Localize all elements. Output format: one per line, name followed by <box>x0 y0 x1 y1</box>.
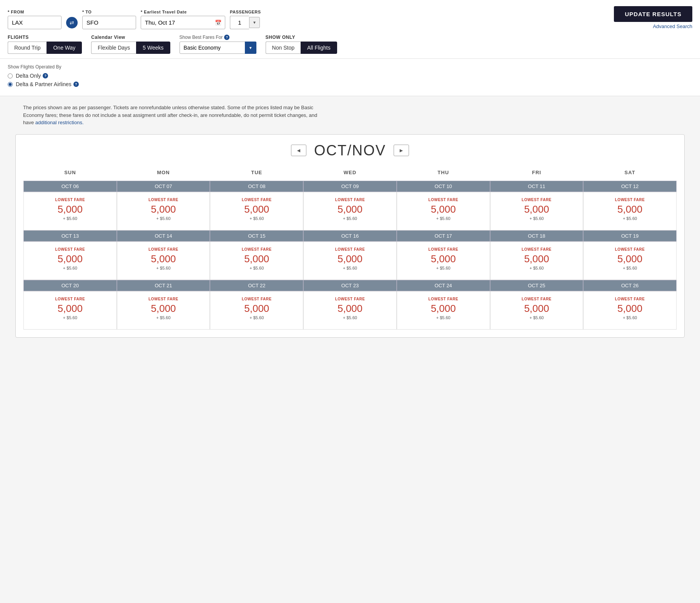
fare-label-w2-d6: LOWEST FARE <box>585 297 675 301</box>
date-header-w0-d5: OCT 11 <box>490 181 584 192</box>
fare-cell-w0-d0[interactable]: LOWEST FARE5,000+ $5.60 <box>23 192 117 230</box>
fare-miles-w2-d0: 5,000 <box>25 303 115 315</box>
fare-cell-w1-d0[interactable]: LOWEST FARE5,000+ $5.60 <box>23 242 117 280</box>
fare-tax-w2-d1: + $5.60 <box>119 315 208 320</box>
from-input[interactable] <box>8 16 62 29</box>
week-1-date-row: OCT 13OCT 14OCT 15OCT 16OCT 17OCT 18OCT … <box>23 230 677 242</box>
fare-cell-w2-d2[interactable]: LOWEST FARE5,000+ $5.60 <box>210 291 303 330</box>
delta-partner-info-icon[interactable]: ? <box>73 82 79 87</box>
fare-label-w2-d4: LOWEST FARE <box>399 297 488 301</box>
one-way-button[interactable]: One Way <box>47 42 82 54</box>
date-header-w0-d0: OCT 06 <box>23 181 117 192</box>
fare-miles-w2-d6: 5,000 <box>585 303 675 315</box>
fare-cell-w0-d2[interactable]: LOWEST FARE5,000+ $5.60 <box>210 192 303 230</box>
date-header-w0-d4: OCT 10 <box>397 181 490 192</box>
date-header-w1-d6: OCT 19 <box>583 230 677 242</box>
to-field-group: * TO <box>82 10 136 29</box>
date-header-w0-d1: OCT 07 <box>117 181 210 192</box>
fare-cell-w0-d6[interactable]: LOWEST FARE5,000+ $5.60 <box>583 192 677 230</box>
fare-miles-w1-d2: 5,000 <box>212 253 301 265</box>
passengers-dropdown-arrow[interactable]: ▼ <box>249 17 260 28</box>
disclaimer: The prices shown are as per passenger. T… <box>0 96 346 130</box>
fare-tax-w2-d0: + $5.60 <box>25 315 115 320</box>
fare-cell-w0-d4[interactable]: LOWEST FARE5,000+ $5.60 <box>397 192 490 230</box>
search-bar: * FROM ⇄ * TO * Earliest Travel Date 📅 P… <box>0 0 700 59</box>
fare-miles-w1-d5: 5,000 <box>492 253 582 265</box>
fare-cell-w0-d1[interactable]: LOWEST FARE5,000+ $5.60 <box>117 192 210 230</box>
fare-tax-w0-d4: + $5.60 <box>399 216 488 221</box>
all-flights-button[interactable]: All Flights <box>301 42 337 54</box>
delta-partner-radio[interactable] <box>8 82 13 87</box>
delta-only-info-icon[interactable]: ? <box>43 73 48 78</box>
show-best-fares-group: Show Best Fares For ? Basic Economy Main… <box>180 35 256 54</box>
date-header-w0-d2: OCT 08 <box>210 181 303 192</box>
fare-cell-w2-d0[interactable]: LOWEST FARE5,000+ $5.60 <box>23 291 117 330</box>
fare-cell-w2-d4[interactable]: LOWEST FARE5,000+ $5.60 <box>397 291 490 330</box>
show-only-toggle: Non Stop All Flights <box>266 42 337 54</box>
show-best-info-icon[interactable]: ? <box>224 35 229 40</box>
fare-cell-w1-d5[interactable]: LOWEST FARE5,000+ $5.60 <box>490 242 584 280</box>
fare-type-select[interactable]: Basic Economy Main Cabin First Class Bus… <box>180 42 256 54</box>
calendar-nav: ◄ OCT/NOV ► <box>23 142 677 159</box>
fare-miles-w0-d1: 5,000 <box>119 203 208 215</box>
fare-cell-w0-d3[interactable]: LOWEST FARE5,000+ $5.60 <box>303 192 397 230</box>
day-headers: SUN MON TUE WED THU FRI SAT <box>23 167 677 178</box>
fare-tax-w0-d2: + $5.60 <box>212 216 301 221</box>
day-header-thu: THU <box>397 167 490 178</box>
fare-cell-w1-d4[interactable]: LOWEST FARE5,000+ $5.60 <box>397 242 490 280</box>
five-weeks-button[interactable]: 5 Weeks <box>136 42 170 54</box>
date-header-w0-d6: OCT 12 <box>583 181 677 192</box>
non-stop-button[interactable]: Non Stop <box>266 42 301 54</box>
fare-miles-w2-d3: 5,000 <box>305 303 395 315</box>
fare-tax-w2-d5: + $5.60 <box>492 315 582 320</box>
date-input[interactable] <box>141 16 225 29</box>
fare-cell-w1-d6[interactable]: LOWEST FARE5,000+ $5.60 <box>583 242 677 280</box>
date-header-w2-d6: OCT 26 <box>583 280 677 291</box>
fare-miles-w0-d0: 5,000 <box>25 203 115 215</box>
fare-label-w1-d4: LOWEST FARE <box>399 247 488 252</box>
fare-miles-w1-d6: 5,000 <box>585 253 675 265</box>
day-header-tue: TUE <box>210 167 303 178</box>
fare-cell-w2-d5[interactable]: LOWEST FARE5,000+ $5.60 <box>490 291 584 330</box>
delta-only-radio[interactable] <box>8 73 13 78</box>
calendar-next-button[interactable]: ► <box>394 145 409 156</box>
swap-button[interactable]: ⇄ <box>66 17 78 28</box>
calendar-month-title: OCT/NOV <box>314 142 386 159</box>
fare-cell-w0-d5[interactable]: LOWEST FARE5,000+ $5.60 <box>490 192 584 230</box>
day-header-sun: SUN <box>23 167 117 178</box>
fare-label-w0-d1: LOWEST FARE <box>119 198 208 202</box>
to-label: * TO <box>82 10 136 14</box>
show-only-label: SHOW ONLY <box>266 35 337 40</box>
fare-label-w0-d2: LOWEST FARE <box>212 198 301 202</box>
swap-icon: ⇄ <box>70 20 74 26</box>
fare-cell-w2-d3[interactable]: LOWEST FARE5,000+ $5.60 <box>303 291 397 330</box>
fare-miles-w0-d2: 5,000 <box>212 203 301 215</box>
flexible-days-button[interactable]: Flexible Days <box>91 42 136 54</box>
advanced-search-link[interactable]: Advanced Search <box>653 23 692 29</box>
fare-cell-w1-d3[interactable]: LOWEST FARE5,000+ $5.60 <box>303 242 397 280</box>
date-field-group: * Earliest Travel Date 📅 <box>141 10 225 29</box>
fare-cell-w2-d1[interactable]: LOWEST FARE5,000+ $5.60 <box>117 291 210 330</box>
fare-cell-w1-d2[interactable]: LOWEST FARE5,000+ $5.60 <box>210 242 303 280</box>
to-input[interactable] <box>82 16 136 29</box>
from-label: * FROM <box>8 10 62 14</box>
passengers-input[interactable] <box>230 16 249 29</box>
show-only-group: SHOW ONLY Non Stop All Flights <box>266 35 337 54</box>
update-results-button[interactable]: UPDATE RESULTS <box>614 6 692 22</box>
week-0-fare-row: LOWEST FARE5,000+ $5.60LOWEST FARE5,000+… <box>23 192 677 230</box>
day-header-wed: WED <box>303 167 397 178</box>
fare-tax-w1-d5: + $5.60 <box>492 266 582 270</box>
round-trip-button[interactable]: Round Trip <box>8 42 47 54</box>
calendar-view-toggle: Flexible Days 5 Weeks <box>91 42 170 54</box>
fare-cell-w2-d6[interactable]: LOWEST FARE5,000+ $5.60 <box>583 291 677 330</box>
additional-restrictions-link[interactable]: additional restrictions. <box>35 120 84 125</box>
date-label: * Earliest Travel Date <box>141 10 225 14</box>
fare-label-w0-d4: LOWEST FARE <box>399 198 488 202</box>
fare-tax-w0-d3: + $5.60 <box>305 216 395 221</box>
fare-cell-w1-d1[interactable]: LOWEST FARE5,000+ $5.60 <box>117 242 210 280</box>
calendar-prev-button[interactable]: ◄ <box>291 145 306 156</box>
fare-miles-w2-d1: 5,000 <box>119 303 208 315</box>
fare-label-w1-d3: LOWEST FARE <box>305 247 395 252</box>
operated-by-label: Show Flights Operated By <box>8 64 692 70</box>
fare-label-w0-d0: LOWEST FARE <box>25 198 115 202</box>
